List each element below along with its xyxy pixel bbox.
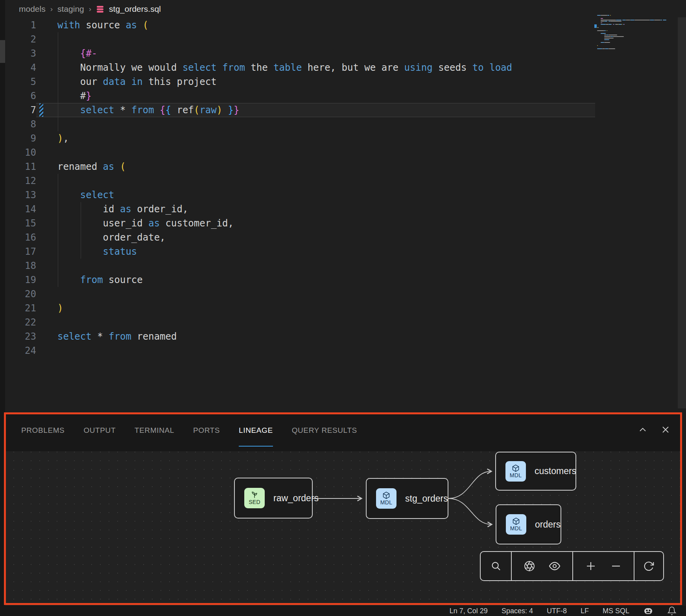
code-line-9[interactable]: 9), (5, 131, 597, 145)
minimap-line (622, 20, 626, 20)
minimap-line (605, 48, 609, 49)
line-number: 12 (5, 174, 36, 188)
code-line-5[interactable]: 5 our data in this project (5, 75, 597, 89)
code-line-4[interactable]: 4 Normally we would select from the tabl… (5, 61, 597, 75)
tab-terminal[interactable]: TERMINAL (135, 414, 174, 447)
line-number: 6 (5, 89, 36, 103)
node-label: customers (535, 466, 576, 476)
code-text: with source as ( (57, 18, 148, 32)
breadcrumb-item-staging[interactable]: staging (57, 4, 84, 14)
eol-setting[interactable]: LF (581, 607, 589, 615)
copilot-icon[interactable] (643, 607, 653, 615)
code-text: {#- (57, 46, 97, 61)
search-icon (490, 560, 502, 572)
code-text: from source (57, 273, 143, 287)
code-text: id as order_id, (57, 202, 188, 216)
code-line-8[interactable]: 8 (5, 117, 597, 131)
breadcrumb-separator: › (89, 5, 91, 13)
code-line-23[interactable]: 23select * from renamed (5, 329, 597, 344)
code-line-21[interactable]: 21) (5, 301, 597, 315)
line-number: 18 (5, 259, 36, 273)
toolbar-group-zoom (572, 552, 634, 580)
tab-ports[interactable]: PORTS (193, 414, 220, 447)
status-bar: Ln 7, Col 29 Spaces: 4 UTF-8 LF MS SQL (0, 606, 686, 616)
code-line-6[interactable]: 6 #} (5, 89, 597, 103)
search-button[interactable] (489, 559, 503, 573)
minimap-line (601, 15, 608, 16)
code-line-2[interactable]: 2 (5, 32, 597, 46)
code-line-18[interactable]: 18 (5, 259, 597, 273)
seedling-icon (251, 491, 258, 499)
code-line-16[interactable]: 16 order_date, (5, 230, 597, 245)
eye-button[interactable] (548, 559, 562, 573)
aperture-button[interactable] (522, 559, 537, 573)
model-badge: MDL (506, 514, 526, 535)
code-line-14[interactable]: 14 id as order_id, (5, 202, 597, 216)
lineage-node-stg-orders[interactable]: MDL stg_orders (366, 478, 448, 519)
line-number: 15 (5, 216, 36, 230)
zoom-out-icon (610, 560, 622, 572)
lineage-node-customers[interactable]: MDL customers (495, 452, 576, 491)
code-line-15[interactable]: 15 user_id as customer_id, (5, 216, 597, 230)
code-line-11[interactable]: 11renamed as ( (5, 160, 597, 174)
code-line-24[interactable]: 24 (5, 344, 597, 358)
minimap-line (604, 36, 611, 37)
left-strip-segment (0, 40, 5, 63)
gutter-modified-indicator (39, 103, 43, 117)
code-text: Normally we would select from the table … (57, 61, 512, 75)
panel-maximize-button[interactable] (637, 424, 649, 436)
code-line-20[interactable]: 20 (5, 287, 597, 301)
breadcrumb-file-name[interactable]: stg_orders.sql (109, 4, 161, 14)
code-line-10[interactable]: 10 (5, 145, 597, 160)
lineage-node-orders[interactable]: MDL orders (496, 504, 561, 544)
minimap-line (604, 35, 607, 35)
minimap-line (601, 33, 606, 34)
code-text: select * from renamed (57, 329, 177, 344)
line-number: 16 (5, 230, 36, 245)
database-icon (96, 5, 104, 13)
line-number: 24 (5, 344, 36, 358)
toolbar-group-view (511, 552, 572, 580)
minimap-line (607, 30, 607, 31)
zoom-out-button[interactable] (609, 559, 623, 573)
code-line-19[interactable]: 19 from source (5, 273, 597, 287)
code-line-7[interactable]: 7 select * from {{ ref(raw) }} (5, 103, 597, 117)
tab-lineage[interactable]: LINEAGE (239, 414, 273, 447)
editor-scrollbar[interactable] (678, 17, 686, 408)
bell-icon[interactable] (667, 606, 677, 616)
minimap[interactable] (597, 15, 676, 60)
code-editor[interactable]: 1with source as (23 {#-4 Normally we wou… (5, 18, 597, 358)
code-line-1[interactable]: 1with source as ( (5, 18, 597, 32)
code-line-13[interactable]: 13 select (5, 188, 597, 202)
minimap-line (613, 36, 624, 37)
minimap-line (602, 48, 605, 49)
tab-query-results[interactable]: QUERY RESULTS (292, 414, 357, 447)
language-mode[interactable]: MS SQL (603, 607, 629, 615)
minimap-line (610, 21, 621, 22)
line-number: 7 (5, 103, 36, 117)
indentation-setting[interactable]: Spaces: 4 (502, 607, 533, 615)
refresh-button[interactable] (642, 559, 656, 573)
minimap-line (609, 35, 617, 35)
minimap-line (626, 20, 630, 20)
line-number: 23 (5, 329, 36, 344)
encoding[interactable]: UTF-8 (547, 607, 567, 615)
tab-problems[interactable]: PROBLEMS (21, 414, 65, 447)
refresh-icon (643, 560, 655, 572)
tab-output[interactable]: OUTPUT (83, 414, 116, 447)
minimap-line (609, 24, 612, 25)
code-text: ), (57, 131, 69, 145)
lineage-node-raw-orders[interactable]: SED raw_orders (234, 478, 313, 519)
panel-close-button[interactable] (660, 424, 671, 436)
code-line-3[interactable]: 3 {#- (5, 46, 597, 61)
cursor-position[interactable]: Ln 7, Col 29 (450, 607, 488, 615)
code-line-17[interactable]: 17 status (5, 245, 597, 259)
breadcrumb-item-models[interactable]: models (19, 4, 46, 14)
toolbar-group-search (481, 552, 511, 580)
node-badge-label: SED (249, 499, 260, 505)
code-line-12[interactable]: 12 (5, 174, 597, 188)
code-line-22[interactable]: 22 (5, 315, 597, 329)
zoom-in-button[interactable] (584, 559, 598, 573)
zoom-in-icon (585, 560, 597, 572)
minimap-line (654, 20, 660, 20)
